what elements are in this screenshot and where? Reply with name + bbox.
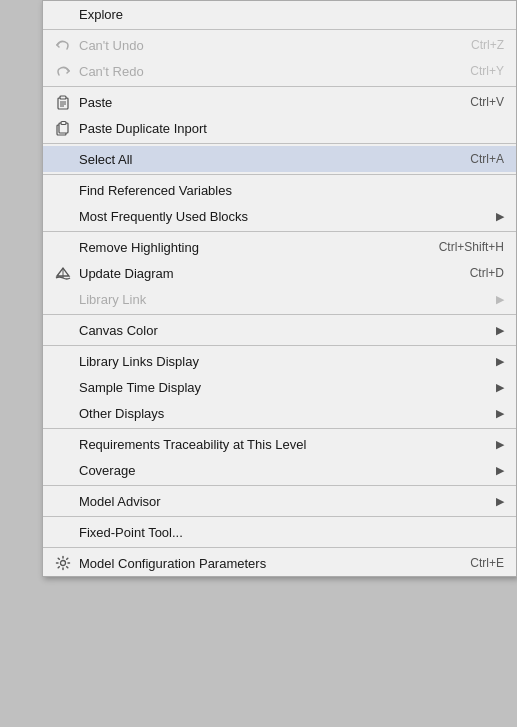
menu-item-library-link: Library Link ▶ xyxy=(43,286,516,312)
sample-time-display-label: Sample Time Display xyxy=(79,380,488,395)
paste-shortcut: Ctrl+V xyxy=(470,95,504,109)
model-configuration-icon-slot xyxy=(51,555,75,571)
redo-icon xyxy=(55,63,71,79)
menu-item-library-links-display[interactable]: Library Links Display ▶ xyxy=(43,348,516,374)
menu-item-coverage[interactable]: Coverage ▶ xyxy=(43,457,516,483)
cant-redo-label: Can't Redo xyxy=(79,64,430,79)
most-frequently-arrow: ▶ xyxy=(496,210,504,223)
paste-duplicate-icon-slot xyxy=(51,120,75,136)
context-menu: Explore Can't Undo Ctrl+Z Can't Redo Ctr… xyxy=(42,0,517,577)
svg-rect-7 xyxy=(61,122,66,125)
coverage-arrow: ▶ xyxy=(496,464,504,477)
library-link-arrow: ▶ xyxy=(496,293,504,306)
library-links-display-label: Library Links Display xyxy=(79,354,488,369)
menu-item-other-displays[interactable]: Other Displays ▶ xyxy=(43,400,516,426)
menu-item-paste[interactable]: Paste Ctrl+V xyxy=(43,89,516,115)
remove-highlighting-shortcut: Ctrl+Shift+H xyxy=(439,240,504,254)
menu-item-cant-redo: Can't Redo Ctrl+Y xyxy=(43,58,516,84)
menu-item-remove-highlighting[interactable]: Remove Highlighting Ctrl+Shift+H xyxy=(43,234,516,260)
update-diagram-shortcut: Ctrl+D xyxy=(470,266,504,280)
menu-item-cant-undo: Can't Undo Ctrl+Z xyxy=(43,32,516,58)
divider-6 xyxy=(43,314,516,315)
divider-7 xyxy=(43,345,516,346)
paste-icon xyxy=(55,94,71,110)
divider-2 xyxy=(43,86,516,87)
update-diagram-label: Update Diagram xyxy=(79,266,430,281)
menu-item-canvas-color[interactable]: Canvas Color ▶ xyxy=(43,317,516,343)
menu-item-paste-duplicate[interactable]: Paste Duplicate Inport xyxy=(43,115,516,141)
divider-11 xyxy=(43,547,516,548)
divider-5 xyxy=(43,231,516,232)
divider-1 xyxy=(43,29,516,30)
divider-9 xyxy=(43,485,516,486)
explore-label: Explore xyxy=(79,7,504,22)
divider-8 xyxy=(43,428,516,429)
other-displays-arrow: ▶ xyxy=(496,407,504,420)
coverage-label: Coverage xyxy=(79,463,488,478)
menu-item-model-configuration[interactable]: Model Configuration Parameters Ctrl+E xyxy=(43,550,516,576)
other-displays-label: Other Displays xyxy=(79,406,488,421)
divider-3 xyxy=(43,143,516,144)
model-configuration-label: Model Configuration Parameters xyxy=(79,556,430,571)
divider-10 xyxy=(43,516,516,517)
most-frequently-label: Most Frequently Used Blocks xyxy=(79,209,488,224)
library-link-label: Library Link xyxy=(79,292,488,307)
find-referenced-label: Find Referenced Variables xyxy=(79,183,504,198)
menu-item-most-frequently[interactable]: Most Frequently Used Blocks ▶ xyxy=(43,203,516,229)
menu-item-explore[interactable]: Explore xyxy=(43,1,516,27)
cant-redo-shortcut: Ctrl+Y xyxy=(470,64,504,78)
model-advisor-arrow: ▶ xyxy=(496,495,504,508)
gear-icon xyxy=(55,555,71,571)
undo-icon xyxy=(55,37,71,53)
boat-icon xyxy=(54,264,72,282)
paste-duplicate-icon xyxy=(55,120,71,136)
menu-item-model-advisor[interactable]: Model Advisor ▶ xyxy=(43,488,516,514)
requirements-traceability-label: Requirements Traceability at This Level xyxy=(79,437,488,452)
sample-time-display-arrow: ▶ xyxy=(496,381,504,394)
update-diagram-icon-slot xyxy=(51,264,75,282)
fixed-point-tool-label: Fixed-Point Tool... xyxy=(79,525,504,540)
menu-item-fixed-point-tool[interactable]: Fixed-Point Tool... xyxy=(43,519,516,545)
canvas-color-label: Canvas Color xyxy=(79,323,488,338)
redo-icon-slot xyxy=(51,63,75,79)
cant-undo-shortcut: Ctrl+Z xyxy=(471,38,504,52)
remove-highlighting-label: Remove Highlighting xyxy=(79,240,399,255)
canvas-color-arrow: ▶ xyxy=(496,324,504,337)
select-all-label: Select All xyxy=(79,152,430,167)
model-configuration-shortcut: Ctrl+E xyxy=(470,556,504,570)
menu-item-sample-time-display[interactable]: Sample Time Display ▶ xyxy=(43,374,516,400)
menu-item-requirements-traceability[interactable]: Requirements Traceability at This Level … xyxy=(43,431,516,457)
paste-duplicate-label: Paste Duplicate Inport xyxy=(79,121,504,136)
requirements-traceability-arrow: ▶ xyxy=(496,438,504,451)
library-links-display-arrow: ▶ xyxy=(496,355,504,368)
menu-item-select-all[interactable]: Select All Ctrl+A xyxy=(43,146,516,172)
model-advisor-label: Model Advisor xyxy=(79,494,488,509)
select-all-shortcut: Ctrl+A xyxy=(470,152,504,166)
cant-undo-label: Can't Undo xyxy=(79,38,431,53)
svg-rect-1 xyxy=(60,96,66,99)
svg-point-9 xyxy=(61,561,66,566)
menu-item-find-referenced[interactable]: Find Referenced Variables xyxy=(43,177,516,203)
menu-item-update-diagram[interactable]: Update Diagram Ctrl+D xyxy=(43,260,516,286)
undo-icon-slot xyxy=(51,37,75,53)
divider-4 xyxy=(43,174,516,175)
paste-icon-slot xyxy=(51,94,75,110)
paste-label: Paste xyxy=(79,95,430,110)
